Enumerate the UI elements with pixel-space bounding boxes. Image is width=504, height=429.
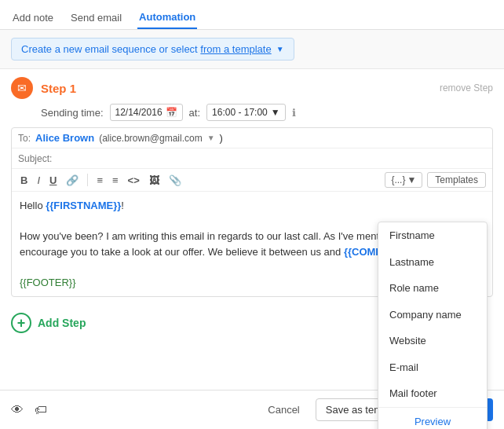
- tab-automation[interactable]: Automation: [137, 6, 197, 29]
- email-body[interactable]: Hello {{FIRSTNAME}}! How you've been? I …: [12, 192, 492, 296]
- dropdown-item-website[interactable]: Website: [378, 328, 487, 354]
- step-left: ✉ Step 1: [11, 77, 76, 99]
- add-step-label: Add Step: [38, 317, 86, 329]
- code-button[interactable]: <>: [126, 173, 142, 188]
- dropdown-item-companyname[interactable]: Company name: [378, 302, 487, 328]
- date-input[interactable]: 12/14/2016 📅: [110, 104, 183, 121]
- separator-1: [87, 174, 88, 186]
- bold-button[interactable]: B: [18, 173, 30, 188]
- dropdown-item-rolename[interactable]: Role name: [378, 275, 487, 302]
- eye-button[interactable]: 👁: [11, 403, 24, 417]
- recipient-dropdown-icon[interactable]: ▼: [207, 134, 215, 142]
- dropdown-item-email[interactable]: E-mail: [378, 354, 487, 381]
- var-footer: {{FOOTER}}: [20, 277, 76, 288]
- time-value: 16:00 - 17:00: [212, 107, 268, 118]
- tab-send-email[interactable]: Send email: [69, 7, 123, 28]
- footer-left: 👁 🏷: [11, 403, 47, 417]
- add-step-icon: +: [11, 313, 31, 333]
- template-btn-text: Create a new email sequence or select fr…: [21, 43, 272, 55]
- step-title: Step 1: [41, 82, 76, 95]
- email-body-line1: Hello {{FIRSTNAME}}!: [20, 198, 484, 214]
- subject-input[interactable]: [57, 152, 486, 164]
- template-bar: Create a new email sequence or select fr…: [0, 30, 504, 69]
- info-icon[interactable]: ℹ: [292, 107, 296, 119]
- link-button[interactable]: 🔗: [64, 173, 81, 188]
- tab-bar: Add note Send email Automation: [0, 0, 504, 30]
- var-firstname: {{FIRSTNAME}}: [46, 200, 121, 211]
- at-label: at:: [189, 107, 200, 119]
- templates-button[interactable]: Templates: [427, 172, 486, 188]
- date-value: 12/14/2016: [115, 107, 163, 118]
- step-header: ✉ Step 1 remove Step: [11, 77, 493, 99]
- recipient-close: ): [220, 132, 223, 144]
- variable-dropdown: Firstname Lastname Role name Company nam…: [378, 222, 488, 429]
- attach-button[interactable]: 📎: [166, 173, 184, 188]
- tag-button[interactable]: 🏷: [35, 403, 47, 417]
- to-label: To:: [18, 133, 31, 144]
- sending-time-label: Sending time:: [41, 107, 104, 119]
- template-select-button[interactable]: Create a new email sequence or select fr…: [11, 38, 294, 60]
- email-subject-row: Subject:: [12, 148, 492, 169]
- variable-insert-button[interactable]: {...} ▼: [385, 172, 422, 188]
- unordered-list-button[interactable]: ≡: [110, 173, 121, 188]
- dropdown-item-mailfooter[interactable]: Mail footer: [378, 380, 487, 407]
- dropdown-preview-button[interactable]: Preview: [378, 407, 487, 430]
- email-compose-box: To: Alice Brown (alice.brown@gmail.com ▼…: [11, 127, 493, 297]
- recipient-email: (alice.brown@gmail.com: [99, 133, 203, 144]
- underline-button[interactable]: U: [47, 173, 59, 188]
- calendar-icon: 📅: [166, 107, 177, 118]
- sending-time-row: Sending time: 12/14/2016 📅 at: 16:00 - 1…: [41, 104, 493, 121]
- remove-step-button[interactable]: remove Step: [440, 82, 493, 94]
- recipient-name: Alice Brown: [35, 132, 94, 144]
- time-select[interactable]: 16:00 - 17:00 ▼: [206, 104, 286, 121]
- subject-label: Subject:: [18, 153, 52, 164]
- curly-arrow-icon: ▼: [407, 174, 416, 185]
- main-content: ✉ Step 1 remove Step Sending time: 12/14…: [0, 69, 504, 305]
- email-to-row: To: Alice Brown (alice.brown@gmail.com ▼…: [12, 128, 492, 148]
- italic-button[interactable]: I: [35, 173, 42, 188]
- curly-label: {...}: [391, 174, 405, 185]
- template-arrow-icon: ▼: [276, 45, 284, 53]
- from-template-link[interactable]: from a template: [200, 43, 271, 55]
- tab-add-note[interactable]: Add note: [11, 7, 55, 28]
- dropdown-item-firstname[interactable]: Firstname: [378, 222, 487, 249]
- cancel-button[interactable]: Cancel: [260, 399, 307, 420]
- image-button[interactable]: 🖼: [147, 173, 162, 188]
- body-greeting: Hello: [20, 200, 46, 211]
- time-arrow-icon: ▼: [271, 107, 280, 118]
- editor-toolbar: B I U 🔗 ≡ ≡ <> 🖼 📎 {...} ▼ Templates: [12, 169, 492, 192]
- dropdown-item-lastname[interactable]: Lastname: [378, 249, 487, 276]
- ordered-list-button[interactable]: ≡: [94, 173, 105, 188]
- step-icon: ✉: [11, 77, 33, 99]
